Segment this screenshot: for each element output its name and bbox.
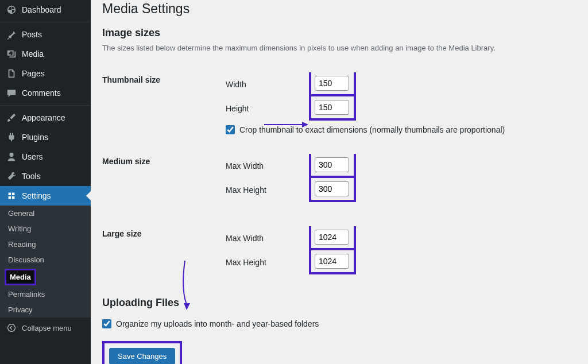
submenu-item-discussion[interactable]: Discussion	[0, 252, 91, 268]
submenu-item-reading[interactable]: Reading	[0, 237, 91, 252]
large-width-label: Max Width	[226, 234, 309, 243]
thumbnail-height-input[interactable]	[315, 100, 349, 115]
sidebar-item-pages[interactable]: Pages	[0, 64, 91, 83]
dashboard-icon	[6, 4, 17, 16]
image-sizes-desc: The sizes listed below determine the max…	[102, 44, 577, 52]
sidebar-item-label: Tools	[22, 172, 41, 181]
sidebar-item-label: Settings	[22, 191, 51, 200]
thumbnail-width-label: Width	[226, 80, 309, 89]
sidebar-item-label: Users	[22, 152, 43, 161]
large-height-label: Max Height	[226, 258, 309, 267]
sidebar-item-posts[interactable]: Posts	[0, 25, 91, 44]
sidebar-item-users[interactable]: Users	[0, 147, 91, 166]
sidebar-item-comments[interactable]: Comments	[0, 83, 91, 103]
annotation-arrow-icon	[264, 121, 308, 128]
sidebar-item-media[interactable]: Media	[0, 44, 91, 64]
submenu-item-writing[interactable]: Writing	[0, 221, 91, 237]
thumbnail-crop-checkbox[interactable]	[226, 125, 235, 134]
sidebar-item-tools[interactable]: Tools	[0, 166, 91, 186]
media-icon	[6, 48, 17, 60]
sidebar-item-plugins[interactable]: Plugins	[0, 127, 91, 147]
organize-uploads-checkbox[interactable]	[102, 319, 111, 328]
sidebar-item-label: Dashboard	[22, 5, 61, 14]
image-sizes-heading: Image sizes	[102, 27, 577, 39]
image-sizes-table: Thumbnail size Width Height Crop thumbna…	[102, 64, 577, 290]
thumbnail-heading: Thumbnail size	[102, 64, 220, 145]
submenu-item-permalinks[interactable]: Permalinks	[0, 286, 91, 302]
sidebar-item-dashboard[interactable]: Dashboard	[0, 0, 91, 20]
thumbnail-width-input[interactable]	[315, 76, 349, 91]
plug-icon	[6, 131, 17, 143]
organize-uploads-label: Organize my uploads into month- and year…	[116, 319, 319, 328]
sidebar-item-label: Plugins	[22, 133, 48, 142]
comments-icon	[6, 87, 17, 99]
sidebar-item-appearance[interactable]: Appearance	[0, 108, 91, 127]
svg-point-0	[8, 324, 16, 332]
pages-icon	[6, 68, 17, 79]
medium-height-input[interactable]	[315, 181, 349, 196]
admin-sidebar: Dashboard Posts Media Pages Comments App…	[0, 0, 91, 364]
thumbnail-height-label: Height	[226, 104, 309, 113]
user-icon	[6, 151, 17, 162]
collapse-menu[interactable]: Collapse menu	[0, 317, 91, 338]
settings-submenu: General Writing Reading Discussion Media…	[0, 206, 91, 317]
sidebar-item-settings[interactable]: Settings	[0, 186, 91, 206]
large-width-input[interactable]	[315, 230, 349, 245]
sidebar-item-label: Posts	[22, 30, 42, 39]
brush-icon	[6, 112, 17, 123]
organize-uploads-row[interactable]: Organize my uploads into month- and year…	[102, 317, 577, 331]
save-button[interactable]: Save Changes	[109, 348, 175, 364]
main-content: Media Settings Image sizes The sizes lis…	[91, 0, 588, 364]
uploading-heading: Uploading Files	[102, 297, 577, 309]
annotation-arrow-icon	[182, 261, 194, 310]
page-title: Media Settings	[102, 1, 577, 17]
medium-heading: Medium size	[102, 145, 220, 218]
submenu-item-general[interactable]: General	[0, 206, 91, 221]
sidebar-item-label: Comments	[22, 88, 61, 98]
sidebar-item-label: Appearance	[22, 113, 65, 122]
collapse-label: Collapse menu	[22, 324, 72, 332]
large-heading: Large size	[102, 218, 220, 290]
medium-height-label: Max Height	[226, 185, 309, 195]
settings-icon	[6, 190, 17, 202]
pin-icon	[6, 29, 17, 40]
wrench-icon	[6, 171, 17, 182]
svg-marker-2	[302, 122, 308, 127]
medium-width-label: Max Width	[226, 161, 309, 171]
save-highlight: Save Changes	[102, 341, 182, 364]
svg-marker-3	[184, 303, 190, 310]
large-height-input[interactable]	[315, 254, 349, 269]
medium-width-input[interactable]	[315, 157, 349, 172]
submenu-item-privacy[interactable]: Privacy	[0, 302, 91, 317]
collapse-icon	[6, 322, 17, 334]
sidebar-item-label: Media	[22, 49, 44, 59]
sidebar-item-label: Pages	[22, 69, 45, 78]
submenu-item-media[interactable]: Media	[5, 269, 36, 285]
